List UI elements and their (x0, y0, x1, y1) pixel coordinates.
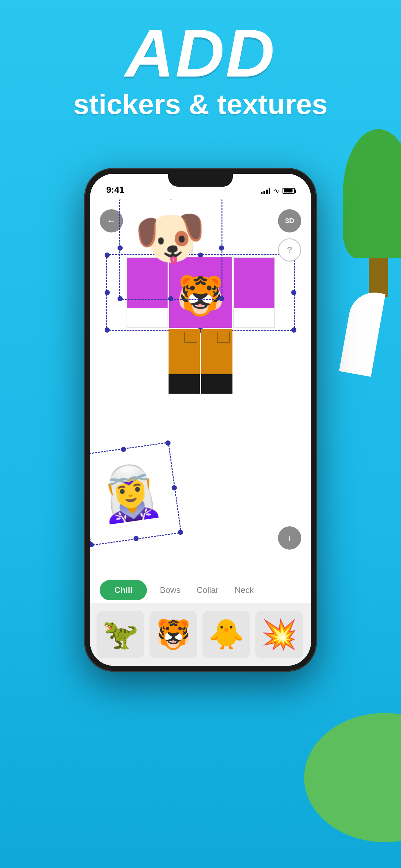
tab-chill[interactable]: Chill (100, 580, 147, 600)
sel-handle-tl (118, 199, 123, 200)
help-button[interactable]: ? (278, 238, 301, 261)
pant-right-bottom (201, 374, 233, 394)
pant-left-bottom (168, 374, 200, 394)
sel-handle-bm (168, 296, 174, 301)
phone-frame: 9:41 ∿ ← 3D (84, 168, 317, 672)
shirt-sel-bl (104, 328, 110, 333)
notch (168, 174, 233, 187)
three-d-label: 3D (285, 217, 294, 225)
sel-handle-tm (168, 199, 174, 200)
pant-left-top (168, 329, 200, 374)
signal-bar-3 (266, 190, 268, 194)
tab-collar[interactable]: Collar (193, 580, 222, 600)
hill-decoration (304, 713, 401, 842)
header-add-text: ADD (0, 20, 401, 87)
back-arrow-icon: ← (106, 215, 116, 226)
shirt-right-panel (234, 257, 275, 328)
category-tabs: Chill Bows Collar Neck (90, 577, 311, 603)
pant-right-pocket (217, 332, 230, 343)
header-area: ADD stickers & textures (0, 20, 401, 121)
curl-white (339, 288, 385, 376)
shirt-sel-ml (104, 290, 110, 295)
sticker-grid: 🦖 🐯 🐥 💥 (90, 603, 311, 666)
pant-right (201, 329, 233, 394)
shirt-sel-mr (291, 290, 297, 295)
sticker-item-duck[interactable]: 🐥 (203, 611, 250, 658)
anime-sel-br (178, 529, 183, 535)
download-button[interactable]: ↓ (278, 526, 301, 550)
shirt-sel-br (291, 328, 297, 333)
sel-handle-mr (219, 245, 224, 251)
help-label: ? (287, 245, 292, 255)
signal-bar-2 (264, 191, 265, 194)
three-d-button[interactable]: 3D (278, 209, 301, 232)
app-content: ← 3D ? 🐶 (90, 199, 311, 666)
sel-handle-ml (118, 245, 123, 251)
sel-handle-bl (118, 296, 123, 301)
battery-icon (282, 188, 295, 194)
sticker-item-explosion[interactable]: 💥 (255, 611, 303, 658)
signal-bar-1 (261, 192, 263, 194)
pant-left (168, 329, 200, 394)
dog-sticker-selection[interactable] (119, 199, 222, 300)
sticker-item-dinosaur[interactable]: 🦖 (96, 611, 144, 658)
shirt-sel-tl (104, 252, 110, 258)
wifi-icon: ∿ (274, 187, 279, 195)
header-subtitle: stickers & textures (0, 87, 401, 121)
tab-neck[interactable]: Neck (232, 580, 257, 600)
signal-icon (261, 188, 270, 194)
download-icon: ↓ (287, 533, 292, 543)
pant-right-top (201, 329, 233, 374)
sticker-item-tiger[interactable]: 🐯 (150, 611, 197, 658)
sel-handle-br (219, 296, 224, 301)
signal-bar-4 (269, 188, 270, 194)
status-icons: ∿ (261, 187, 295, 195)
tree-top (343, 129, 401, 258)
status-time: 9:41 (106, 185, 124, 195)
pants-row (110, 329, 291, 394)
battery-fill (284, 189, 292, 192)
anime-sel-mr (172, 485, 177, 491)
curl-decoration (346, 290, 385, 381)
tab-bows[interactable]: Bows (157, 580, 184, 600)
anime-sticker-selection[interactable] (90, 442, 181, 546)
phone-screen: 9:41 ∿ ← 3D (90, 174, 311, 666)
sel-handle-tr (219, 199, 224, 200)
anime-sel-bm (133, 536, 139, 541)
anime-sel-bl (90, 542, 94, 548)
pant-left-pocket (184, 332, 197, 343)
